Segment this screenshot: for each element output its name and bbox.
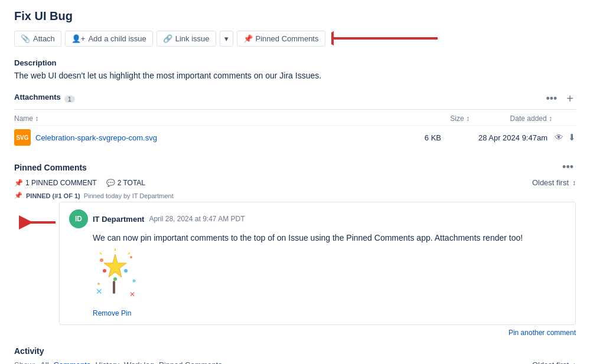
pinned-number-label: PINNED (#1 OF 1) bbox=[26, 192, 80, 199]
svg-line-13 bbox=[128, 252, 130, 254]
svg-point-17 bbox=[113, 277, 117, 281]
col-size: Size ↕ bbox=[422, 114, 470, 123]
show-label: Show: bbox=[14, 360, 35, 364]
svg-point-16 bbox=[124, 269, 128, 273]
pin-icon: 📌 bbox=[243, 34, 253, 43]
pinned-comments-button[interactable]: 📌 Pinned Comments bbox=[237, 31, 325, 47]
paperclip-icon: 📎 bbox=[21, 34, 30, 43]
activity-title: Activity bbox=[14, 346, 44, 356]
pinned-count-badge: 📌 1 PINNED COMMENT bbox=[14, 179, 97, 187]
pinned-section-header: Pinned Comments ••• bbox=[14, 161, 576, 173]
person-add-icon: 👤+ bbox=[71, 34, 86, 43]
pin-another-label: Pin another comment bbox=[508, 329, 576, 337]
pinned-button-container: 📌 Pinned Comments bbox=[237, 30, 444, 47]
attachment-filename[interactable]: Celebration-spark-svgrepo-com.svg bbox=[35, 133, 394, 142]
pinned-meta-row: 📌 1 PINNED COMMENT 💬 2 TOTAL Oldest firs… bbox=[14, 178, 576, 187]
pinned-more-button[interactable]: ••• bbox=[560, 161, 576, 173]
col-name: Name ↕ bbox=[14, 114, 422, 123]
pinned-comment-attachment: ✕ ✕ bbox=[93, 248, 566, 303]
link-issue-label: Link issue bbox=[175, 34, 210, 43]
activity-sort[interactable]: Oldest first ↕ bbox=[532, 360, 576, 364]
attachment-date: 28 Apr 2024 9:47am bbox=[441, 133, 547, 142]
page-title: Fix UI Bug bbox=[14, 9, 576, 23]
chat-icon: 💬 bbox=[106, 179, 115, 187]
pinned-section-title: Pinned Comments bbox=[14, 163, 87, 172]
attach-button[interactable]: 📎 Attach bbox=[14, 31, 61, 47]
activity-sort-icon: ↕ bbox=[572, 361, 576, 365]
svg-point-7 bbox=[97, 283, 100, 285]
filter-all[interactable]: All bbox=[40, 360, 48, 364]
right-arrow-indicator bbox=[331, 30, 444, 47]
pinned-comment-header: ID IT Department April 28, 2024 at 9:47 … bbox=[69, 209, 566, 228]
chevron-down-icon: ▾ bbox=[224, 34, 229, 43]
attachment-row: SVG Celebration-spark-svgrepo-com.svg 6 … bbox=[14, 126, 576, 149]
col-date: Date added ↕ bbox=[470, 114, 576, 123]
svg-text:✕: ✕ bbox=[96, 287, 103, 296]
pinned-label-row: 📌 PINNED (#1 OF 1) Pinned today by IT De… bbox=[14, 192, 576, 199]
pinned-comments-section: Pinned Comments ••• 📌 1 PINNED COMMENT 💬… bbox=[14, 161, 576, 337]
activity-filters-row: Show: All Comments History Work log Pinn… bbox=[14, 360, 576, 364]
pin-small-icon: 📌 bbox=[14, 192, 22, 199]
add-child-label: Add a child issue bbox=[88, 34, 146, 43]
download-icon[interactable]: ⬇ bbox=[568, 132, 576, 143]
file-type-icon: SVG bbox=[14, 129, 31, 146]
attachments-section: Attachments 1 ••• + Name ↕ Size ↕ Date a… bbox=[14, 92, 576, 149]
attachments-count: 1 bbox=[64, 96, 75, 103]
remove-pin-label: Remove Pin bbox=[93, 309, 131, 317]
pinned-sort[interactable]: Oldest first ↕ bbox=[532, 178, 576, 187]
preview-icon[interactable]: 👁 bbox=[555, 132, 563, 143]
total-count-label: 2 TOTAL bbox=[118, 179, 145, 187]
description-text: The web UI doesn't let us highlight the … bbox=[14, 71, 576, 80]
svg-point-4 bbox=[100, 258, 103, 262]
total-count-badge: 💬 2 TOTAL bbox=[106, 179, 145, 187]
attachment-icons: 👁 ⬇ bbox=[555, 132, 576, 143]
left-arrow-indicator bbox=[14, 208, 61, 237]
activity-section: Activity Show: All Comments History Work… bbox=[14, 346, 576, 364]
more-actions-button[interactable]: ▾ bbox=[220, 31, 233, 47]
pinned-comment-body: We can now pin important comments to the… bbox=[93, 233, 566, 242]
description-section: Description The web UI doesn't let us hi… bbox=[14, 58, 576, 80]
activity-header: Activity bbox=[14, 346, 576, 356]
attachment-size: 6 KB bbox=[394, 133, 441, 142]
attachments-add-button[interactable]: + bbox=[564, 92, 576, 106]
svg-marker-11 bbox=[104, 254, 126, 277]
svg-point-5 bbox=[130, 256, 132, 258]
add-child-button[interactable]: 👤+ Add a child issue bbox=[65, 31, 153, 47]
filter-worklog[interactable]: Work log bbox=[124, 360, 154, 364]
description-title: Description bbox=[14, 58, 576, 67]
pin-count-icon: 📌 bbox=[14, 179, 23, 187]
svg-rect-10 bbox=[113, 281, 115, 294]
attach-label: Attach bbox=[33, 34, 55, 43]
toolbar: 📎 Attach 👤+ Add a child issue 🔗 Link iss… bbox=[14, 30, 576, 47]
attachments-title: Attachments bbox=[14, 93, 61, 101]
attachments-title-row: Attachments 1 bbox=[14, 93, 75, 105]
attachments-actions: ••• + bbox=[543, 92, 576, 106]
svg-point-6 bbox=[133, 280, 136, 283]
pinned-comment-card: ID IT Department April 28, 2024 at 9:47 … bbox=[59, 202, 576, 325]
pinned-avatar: ID bbox=[69, 209, 88, 228]
svg-line-14 bbox=[100, 252, 102, 254]
celebration-svg: ✕ ✕ bbox=[93, 248, 140, 301]
link-icon: 🔗 bbox=[163, 34, 172, 43]
svg-text:✕: ✕ bbox=[129, 290, 135, 299]
attachments-columns: Name ↕ Size ↕ Date added ↕ bbox=[14, 112, 576, 126]
filter-history[interactable]: History bbox=[95, 360, 119, 364]
pinned-comment-author: IT Department bbox=[93, 215, 144, 224]
pinned-count-label: 1 PINNED COMMENT bbox=[25, 179, 97, 187]
pinned-sort-label: Oldest first bbox=[532, 178, 569, 187]
attachments-more-button[interactable]: ••• bbox=[543, 93, 559, 105]
pinned-card-row: ID IT Department April 28, 2024 at 9:47 … bbox=[14, 202, 576, 325]
filter-comments[interactable]: Comments bbox=[54, 360, 91, 364]
pinned-comments-label: Pinned Comments bbox=[256, 34, 319, 43]
attachments-header: Attachments 1 ••• + bbox=[14, 92, 576, 110]
pinned-avatar-initials: ID bbox=[75, 215, 82, 223]
filter-pinned-comments[interactable]: Pinned Comments bbox=[159, 360, 222, 364]
activity-sort-label: Oldest first bbox=[532, 360, 569, 364]
sort-icon: ↕ bbox=[572, 179, 576, 187]
remove-pin-button[interactable]: Remove Pin bbox=[93, 309, 131, 317]
pinned-meta-left: 📌 1 PINNED COMMENT 💬 2 TOTAL bbox=[14, 179, 145, 187]
pin-another-link[interactable]: Pin another comment bbox=[14, 329, 576, 337]
link-issue-button[interactable]: 🔗 Link issue bbox=[157, 31, 216, 47]
pinned-by-label: Pinned today by IT Department bbox=[84, 192, 174, 199]
pinned-comment-date: April 28, 2024 at 9:47 AM PDT bbox=[149, 215, 245, 223]
